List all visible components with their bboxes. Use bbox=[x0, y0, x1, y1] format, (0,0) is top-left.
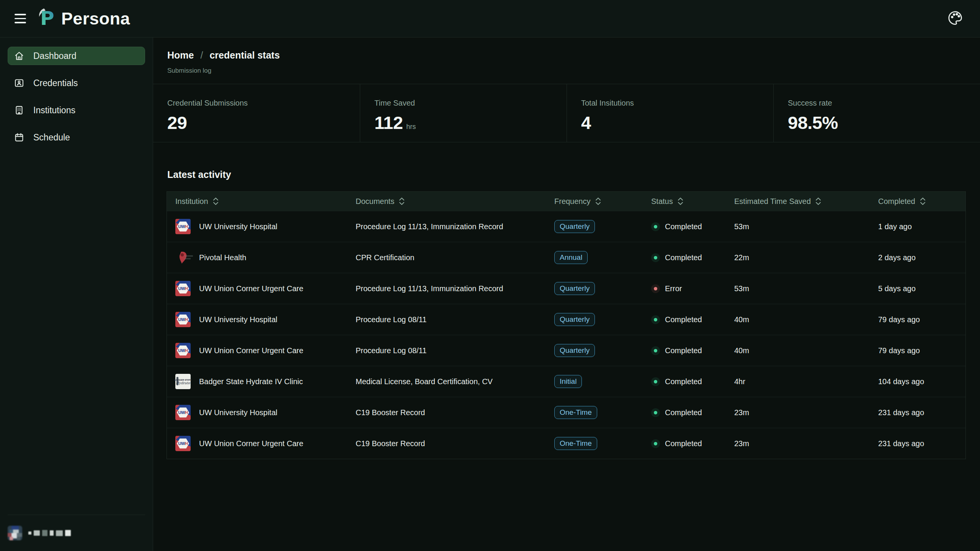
status-cell: Completed bbox=[651, 408, 734, 417]
main-content: Home / credential stats Submission log C… bbox=[153, 37, 980, 551]
column-header-label: Completed bbox=[878, 197, 915, 206]
institution-name: UW Union Corner Urgent Care bbox=[199, 439, 303, 448]
column-header-status[interactable]: Status bbox=[651, 197, 734, 206]
frequency-badge: Quarterly bbox=[554, 220, 595, 233]
status-cell: Completed bbox=[651, 346, 734, 355]
institution-logo: BADGER STATEHydrate bbox=[175, 374, 191, 389]
documents-cell: Medical License, Board Certification, CV bbox=[356, 377, 554, 386]
table-row: UWH UW University Hospital Procedure Log… bbox=[167, 304, 965, 335]
stat-card: Success rate 98.5% bbox=[773, 84, 980, 142]
institution-cell: BADGER STATEHydrate Badger State Hydrate… bbox=[175, 374, 356, 389]
institution-logo: UWH bbox=[175, 281, 191, 296]
status-dot bbox=[651, 284, 660, 293]
topbar: P Persona bbox=[0, 0, 980, 37]
institution-logo: UWH bbox=[175, 436, 191, 451]
breadcrumb-separator: / bbox=[200, 50, 203, 61]
stat-value: 98.5% bbox=[788, 112, 980, 133]
documents-cell: Procedure Log 08/11 bbox=[356, 315, 554, 324]
sidebar-item-institutions[interactable]: Institutions bbox=[8, 101, 145, 119]
time-saved-cell: 4hr bbox=[734, 377, 878, 386]
status-dot bbox=[651, 439, 660, 448]
table-row: UWH UW Union Corner Urgent Care Procedur… bbox=[167, 335, 965, 366]
institution-logo: UWH bbox=[175, 343, 191, 358]
sidebar-item-label: Credentials bbox=[33, 78, 78, 88]
institution-cell: UWH UW University Hospital bbox=[175, 219, 356, 234]
table-row: UWH UW Union Corner Urgent Care C19 Boos… bbox=[167, 428, 965, 459]
sort-icon bbox=[212, 197, 219, 205]
breadcrumb-home-link[interactable]: Home bbox=[167, 50, 194, 61]
hamburger-menu-button[interactable] bbox=[11, 11, 29, 26]
table-header-row: Institution Documents Frequency Status bbox=[167, 192, 965, 211]
sidebar-item-schedule[interactable]: Schedule bbox=[8, 128, 145, 147]
status-label: Completed bbox=[665, 408, 702, 417]
stat-value: 4 bbox=[581, 112, 773, 133]
stats-row: Credential Submissions 29 Time Saved 112… bbox=[153, 84, 980, 142]
frequency-badge: Quarterly bbox=[554, 313, 595, 326]
user-profile[interactable] bbox=[8, 515, 145, 540]
column-header-label: Status bbox=[651, 197, 673, 206]
user-name-redacted bbox=[28, 530, 71, 536]
table-row: UWH UW University Hospital Procedure Log… bbox=[167, 211, 965, 242]
documents-cell: Procedure Log 08/11 bbox=[356, 346, 554, 355]
column-header-label: Estimated Time Saved bbox=[734, 197, 811, 206]
completed-cell: 104 days ago bbox=[878, 377, 965, 386]
institution-name: UW University Hospital bbox=[199, 315, 277, 324]
status-cell: Completed bbox=[651, 253, 734, 262]
page-subtitle: Submission log bbox=[153, 61, 980, 75]
table-row: Pivotal Health CPR Certification Annual … bbox=[167, 242, 965, 273]
documents-cell: Procedure Log 11/13, Immunization Record bbox=[356, 284, 554, 293]
column-header-frequency[interactable]: Frequency bbox=[554, 197, 651, 206]
completed-cell: 5 days ago bbox=[878, 284, 965, 293]
status-label: Completed bbox=[665, 377, 702, 386]
documents-cell: CPR Certification bbox=[356, 253, 554, 262]
stat-label: Time Saved bbox=[374, 99, 567, 108]
sort-icon bbox=[595, 197, 601, 205]
palette-icon bbox=[947, 21, 963, 27]
stat-card: Credential Submissions 29 bbox=[153, 84, 360, 142]
svg-text:P: P bbox=[40, 7, 54, 29]
institution-cell: UWH UW Union Corner Urgent Care bbox=[175, 281, 356, 296]
status-label: Completed bbox=[665, 439, 702, 448]
completed-cell: 231 days ago bbox=[878, 408, 965, 417]
status-cell: Completed bbox=[651, 377, 734, 386]
sidebar-item-credentials[interactable]: Credentials bbox=[8, 74, 145, 92]
institution-cell: UWH UW Union Corner Urgent Care bbox=[175, 436, 356, 451]
sidebar-item-label: Dashboard bbox=[33, 51, 77, 61]
status-label: Completed bbox=[665, 315, 702, 324]
column-header-completed[interactable]: Completed bbox=[878, 197, 965, 206]
sidebar-item-dashboard[interactable]: Dashboard bbox=[8, 47, 145, 65]
status-cell: Completed bbox=[651, 315, 734, 324]
column-header-estimated-time-saved[interactable]: Estimated Time Saved bbox=[734, 197, 878, 206]
institution-logo: UWH bbox=[175, 312, 191, 327]
table-row: UWH UW Union Corner Urgent Care Procedur… bbox=[167, 273, 965, 304]
time-saved-cell: 23m bbox=[734, 408, 878, 417]
column-header-documents[interactable]: Documents bbox=[356, 197, 554, 206]
institution-name: Pivotal Health bbox=[199, 253, 246, 262]
completed-cell: 231 days ago bbox=[878, 439, 965, 448]
institution-cell: Pivotal Health bbox=[175, 250, 356, 265]
column-header-institution[interactable]: Institution bbox=[175, 197, 356, 206]
idcard-icon bbox=[13, 77, 25, 89]
time-saved-cell: 40m bbox=[734, 315, 878, 324]
table-row: BADGER STATEHydrate Badger State Hydrate… bbox=[167, 366, 965, 397]
institution-cell: UWH UW University Hospital bbox=[175, 312, 356, 327]
stat-label: Total Insitutions bbox=[581, 99, 773, 108]
stat-label: Success rate bbox=[788, 99, 980, 108]
activity-table: Institution Documents Frequency Status bbox=[167, 191, 966, 459]
institution-name: Badger State Hydrate IV Clinic bbox=[199, 377, 303, 386]
stat-card: Time Saved 112hrs bbox=[360, 84, 567, 142]
status-dot bbox=[651, 377, 660, 386]
theme-palette-button[interactable] bbox=[945, 8, 965, 29]
column-header-label: Frequency bbox=[554, 197, 591, 206]
status-cell: Error bbox=[651, 284, 734, 293]
status-dot bbox=[651, 346, 660, 355]
frequency-badge: One-Time bbox=[554, 437, 597, 450]
documents-cell: C19 Booster Record bbox=[356, 408, 554, 417]
table-row: UWH UW University Hospital C19 Booster R… bbox=[167, 397, 965, 428]
completed-cell: 79 days ago bbox=[878, 315, 965, 324]
stat-value: 112hrs bbox=[374, 112, 567, 133]
institution-logo bbox=[175, 250, 191, 265]
sort-icon bbox=[677, 197, 684, 205]
frequency-badge: Initial bbox=[554, 375, 582, 388]
documents-cell: C19 Booster Record bbox=[356, 439, 554, 448]
